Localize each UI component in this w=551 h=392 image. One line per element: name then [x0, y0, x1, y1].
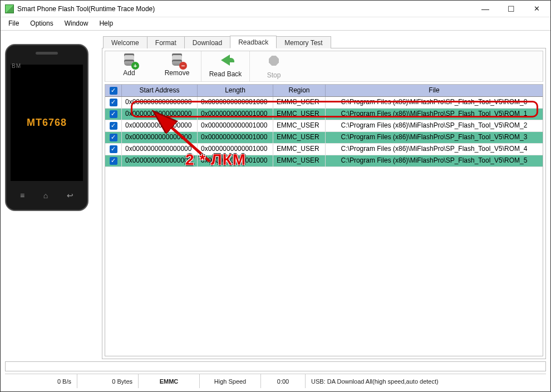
row-addr-cell[interactable]: 0x0000000000000000: [122, 120, 198, 131]
menu-window[interactable]: Window: [59, 17, 94, 30]
row-file-cell[interactable]: C:\Program Files (x86)\MiFlashPro\SP_Fla…: [326, 155, 543, 166]
header-length[interactable]: Length: [198, 85, 273, 96]
row-addr-cell[interactable]: 0x0000000000000000: [122, 109, 198, 120]
row-region-cell[interactable]: EMMC_USER: [273, 144, 326, 155]
table-row[interactable]: ✓0x00000000000000000x0000000000001000EMM…: [105, 120, 543, 132]
arrow-back-icon: [221, 55, 230, 66]
row-addr-cell[interactable]: 0x0000000000000000: [122, 132, 198, 143]
table-body: ✓0x00000000000000000x0000000000001000EMM…: [105, 97, 543, 356]
maximize-button[interactable]: ☐: [498, 1, 524, 17]
phone-brand: BM: [12, 63, 21, 69]
table-row[interactable]: ✓0x00000000000000000x0000000000001000EMM…: [105, 155, 543, 167]
status-mode: High Speed: [200, 374, 261, 388]
row-region-cell[interactable]: EMMC_USER: [273, 120, 326, 131]
row-len-cell[interactable]: 0x0000000000001000: [198, 144, 273, 155]
header-check[interactable]: ✓: [105, 85, 122, 96]
row-len-cell[interactable]: 0x0000000000001000: [198, 109, 273, 120]
row-len-cell[interactable]: 0x0000000000001000: [198, 155, 273, 166]
phone-navbar: ≡ ⌂ ↩: [11, 187, 83, 204]
app-icon: [5, 4, 14, 13]
header-file[interactable]: File: [326, 85, 543, 96]
phone-mock: BM MT6768 ≡ ⌂ ↩: [5, 44, 88, 211]
menu-help[interactable]: Help: [94, 17, 119, 30]
check-all-checkbox[interactable]: ✓: [110, 87, 117, 95]
row-addr-cell[interactable]: 0x0000000000000000: [122, 97, 198, 108]
status-usb: USB: DA Download All(high speed,auto det…: [306, 374, 546, 388]
readback-button[interactable]: Read Back: [201, 51, 249, 81]
back-key-icon: ↩: [67, 191, 73, 200]
row-file-cell[interactable]: C:\Program Files (x86)\MiFlashPro\SP_Fla…: [326, 144, 543, 155]
menu-bar: File Options Window Help: [1, 17, 550, 31]
table-row[interactable]: ✓0x00000000000000000x0000000000001000EMM…: [105, 109, 543, 120]
client-area: BM MT6768 ≡ ⌂ ↩ Welcome Format Download …: [1, 31, 550, 359]
row-file-cell[interactable]: C:\Program Files (x86)\MiFlashPro\SP_Fla…: [326, 132, 543, 143]
stop-icon: [269, 56, 279, 66]
status-speed: 0 B/s: [5, 374, 77, 388]
table-header: ✓ Start Address Length Region File: [105, 85, 543, 97]
right-pane: Welcome Format Download Readback Memory …: [102, 35, 546, 359]
header-start-address[interactable]: Start Address: [122, 85, 198, 96]
row-len-cell[interactable]: 0x0000000000001000: [198, 132, 273, 143]
row-checkbox[interactable]: ✓: [110, 110, 117, 118]
row-len-cell[interactable]: 0x0000000000001000: [198, 97, 273, 108]
tab-format[interactable]: Format: [147, 36, 185, 48]
row-region-cell[interactable]: EMMC_USER: [273, 155, 326, 166]
tab-panel-readback: + Add − Remove Read Back: [102, 48, 546, 359]
phone-chip-label: MT6768: [27, 117, 67, 129]
status-bar: 0 B/s 0 Bytes EMMC High Speed 0:00 USB: …: [5, 374, 546, 388]
row-check-cell[interactable]: ✓: [105, 97, 122, 108]
progress-bar: [5, 361, 546, 371]
tab-welcome[interactable]: Welcome: [103, 36, 147, 48]
table-row[interactable]: ✓0x00000000000000000x0000000000001000EMM…: [105, 144, 543, 155]
row-region-cell[interactable]: EMMC_USER: [273, 132, 326, 143]
tab-strip: Welcome Format Download Readback Memory …: [102, 35, 546, 48]
row-file-cell[interactable]: C:\Program Files (x86)\MiFlashPro\SP_Fla…: [326, 109, 543, 120]
table-row[interactable]: ✓0x00000000000000000x0000000000001000EMM…: [105, 132, 543, 144]
close-button[interactable]: ✕: [524, 1, 549, 17]
stop-label: Stop: [253, 71, 294, 79]
stop-button[interactable]: Stop: [250, 51, 298, 81]
row-check-cell[interactable]: ✓: [105, 109, 122, 120]
row-check-cell[interactable]: ✓: [105, 120, 122, 131]
row-region-cell[interactable]: EMMC_USER: [273, 109, 326, 120]
add-label: Add: [109, 69, 150, 77]
add-button[interactable]: + Add: [105, 51, 153, 81]
readback-toolbar: + Add − Remove Read Back: [105, 51, 543, 82]
menu-key-icon: ≡: [20, 191, 24, 200]
row-file-cell[interactable]: C:\Program Files (x86)\MiFlashPro\SP_Fla…: [326, 120, 543, 131]
minus-badge-icon: −: [179, 62, 187, 70]
row-checkbox[interactable]: ✓: [110, 122, 117, 130]
row-check-cell[interactable]: ✓: [105, 144, 122, 155]
row-checkbox[interactable]: ✓: [110, 134, 117, 141]
status-time: 0:00: [261, 374, 306, 388]
title-bar: Smart Phone Flash Tool(Runtime Trace Mod…: [1, 1, 550, 17]
row-file-cell[interactable]: C:\Program Files (x86)\MiFlashPro\SP_Fla…: [326, 97, 543, 108]
tab-download[interactable]: Download: [184, 36, 230, 48]
row-checkbox[interactable]: ✓: [110, 99, 117, 106]
row-check-cell[interactable]: ✓: [105, 155, 122, 166]
phone-speaker: [36, 52, 58, 55]
status-bytes: 0 Bytes: [77, 374, 139, 388]
plus-badge-icon: +: [131, 62, 139, 70]
remove-label: Remove: [156, 69, 198, 77]
menu-options[interactable]: Options: [24, 17, 58, 30]
minimize-button[interactable]: —: [473, 1, 498, 17]
row-checkbox[interactable]: ✓: [110, 157, 117, 165]
readback-table: ✓ Start Address Length Region File ✓0x00…: [105, 84, 543, 356]
row-checkbox[interactable]: ✓: [110, 145, 117, 153]
menu-file[interactable]: File: [3, 17, 24, 30]
status-storage: EMMC: [139, 374, 200, 388]
row-region-cell[interactable]: EMMC_USER: [273, 97, 326, 108]
tab-memory-test[interactable]: Memory Test: [276, 36, 331, 48]
header-region[interactable]: Region: [273, 85, 326, 96]
row-addr-cell[interactable]: 0x0000000000000000: [122, 155, 198, 166]
row-len-cell[interactable]: 0x0000000000001000: [198, 120, 273, 131]
remove-button[interactable]: − Remove: [153, 51, 201, 81]
table-row[interactable]: ✓0x00000000000000000x0000000000001000EMM…: [105, 97, 543, 109]
row-check-cell[interactable]: ✓: [105, 132, 122, 143]
phone-screen: MT6768: [11, 65, 83, 181]
row-addr-cell[interactable]: 0x0000000000000000: [122, 144, 198, 155]
window-title: Smart Phone Flash Tool(Runtime Trace Mod…: [17, 5, 155, 13]
app-window: Smart Phone Flash Tool(Runtime Trace Mod…: [0, 0, 551, 392]
tab-readback[interactable]: Readback: [230, 36, 277, 48]
